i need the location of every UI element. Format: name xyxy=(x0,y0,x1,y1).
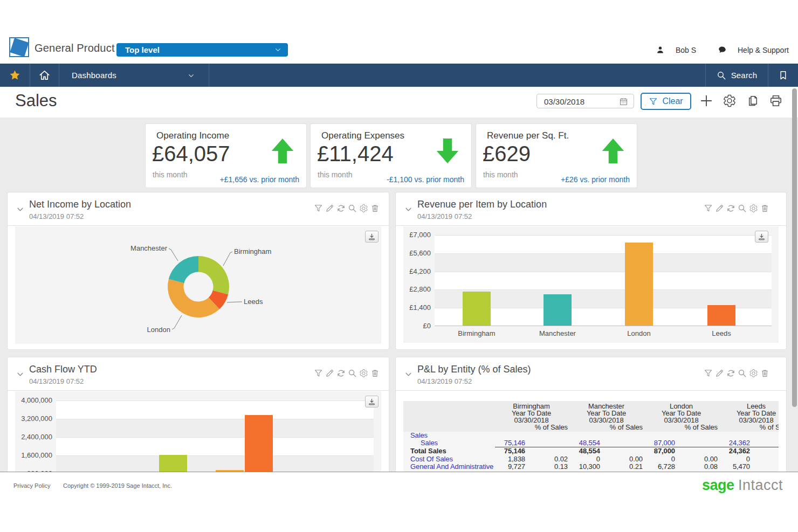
delete-trash-icon[interactable] xyxy=(760,204,769,213)
favorites-button[interactable] xyxy=(0,64,30,87)
collapse-chevron-icon[interactable] xyxy=(404,370,412,378)
pct-of-sales-header: % of Sales xyxy=(527,424,570,432)
plot-gridline xyxy=(435,272,772,272)
collapse-chevron-icon[interactable] xyxy=(16,370,24,378)
sage-intacct-logo: sage Intacct xyxy=(702,477,783,494)
pct-cell: 0.00 xyxy=(677,455,720,463)
chevron-down-icon xyxy=(188,72,195,79)
filter-icon[interactable] xyxy=(704,204,713,213)
delete-trash-icon[interactable] xyxy=(370,369,380,378)
row-label-sales[interactable]: Sales xyxy=(403,439,495,447)
amount-cell: 0 xyxy=(570,455,602,463)
trend-arrow-up-icon xyxy=(601,138,625,166)
kpi-title: Operating Income xyxy=(156,130,229,141)
bar-manchester[interactable] xyxy=(544,294,572,326)
refresh-icon[interactable] xyxy=(726,369,735,378)
donut-slice-manchester[interactable] xyxy=(169,256,198,283)
kpi-period: this month xyxy=(318,170,353,179)
delete-trash-icon[interactable] xyxy=(760,369,769,378)
zoom-icon[interactable] xyxy=(738,369,747,378)
edit-pencil-icon[interactable] xyxy=(715,369,724,378)
duplicate-dashboard-button[interactable] xyxy=(746,94,761,109)
user-menu[interactable]: Bob S xyxy=(656,45,696,54)
filter-icon[interactable] xyxy=(314,204,323,213)
zoom-icon[interactable] xyxy=(348,369,357,378)
dashboard-settings-button[interactable] xyxy=(723,94,738,109)
donut-slice-birmingham[interactable] xyxy=(198,256,229,294)
panel-timestamp: 04/13/2019 07:52 xyxy=(29,377,84,385)
dashboard-content: Operating Income£64,057this month+£1,656… xyxy=(0,118,798,472)
home-icon xyxy=(38,69,51,81)
clear-filter-button[interactable]: Clear xyxy=(641,93,691,110)
refresh-icon[interactable] xyxy=(726,204,735,213)
download-chart-button[interactable] xyxy=(365,396,379,407)
amount-cell[interactable]: 24,362 xyxy=(720,439,752,447)
row-label-sales[interactable]: Sales xyxy=(403,432,495,439)
pct-of-sales-header: % of Sales xyxy=(752,424,779,432)
bar-birmingham[interactable] xyxy=(463,292,491,326)
plot-band xyxy=(56,455,374,474)
entity-subheader: Year To Date 03/30/2018 xyxy=(495,410,568,424)
intacct-logo-word: Intacct xyxy=(738,477,783,493)
vertical-scrollbar-thumb[interactable] xyxy=(792,88,797,407)
refresh-icon[interactable] xyxy=(336,369,346,378)
donut-label-leeds: Leeds xyxy=(244,298,263,306)
download-chart-button[interactable] xyxy=(365,231,379,243)
amount-cell: 75,146 xyxy=(495,447,527,455)
bar-london[interactable] xyxy=(625,243,653,326)
plot-band xyxy=(435,253,772,272)
download-chart-button[interactable] xyxy=(755,231,768,243)
trend-arrow-up-icon xyxy=(271,138,294,166)
collapse-chevron-icon[interactable] xyxy=(16,205,24,213)
entity-subheader: Year To Date 03/30/2018 xyxy=(720,410,779,424)
report-date-input[interactable]: 03/30/2018 xyxy=(536,94,634,108)
y-axis-tick-label: £2,800 xyxy=(403,285,431,293)
settings-gear-icon[interactable] xyxy=(359,204,368,213)
header-spacer xyxy=(403,401,495,424)
help-support-link[interactable]: Help & Support xyxy=(718,45,789,54)
zoom-icon[interactable] xyxy=(348,204,357,213)
header-amount-spacer xyxy=(495,424,527,432)
panel-title: Cash Flow YTD xyxy=(29,364,97,375)
amount-cell[interactable]: 87,000 xyxy=(645,439,677,447)
dashboards-menu-label: Dashboards xyxy=(72,71,116,80)
filter-icon[interactable] xyxy=(704,369,713,378)
refresh-icon[interactable] xyxy=(336,204,346,213)
settings-gear-icon[interactable] xyxy=(749,369,758,378)
search-button[interactable]: Search xyxy=(706,64,768,87)
bar-chart-plot-area xyxy=(435,235,772,326)
dashboards-menu[interactable]: Dashboards xyxy=(59,64,208,87)
row-label-cost-of-sales[interactable]: Cost Of Sales xyxy=(403,455,495,463)
bar-leeds[interactable] xyxy=(707,305,735,326)
search-icon xyxy=(717,71,726,80)
amount-cell[interactable]: 75,146 xyxy=(495,439,527,447)
print-button[interactable] xyxy=(769,94,784,109)
entity-selector-button[interactable]: Top level xyxy=(116,43,288,57)
chevron-down-icon xyxy=(274,46,281,53)
header-amount-spacer xyxy=(720,424,752,432)
page-title: Sales xyxy=(15,91,57,110)
amount-cell[interactable]: 48,554 xyxy=(570,439,602,447)
row-label-general-and-administrative[interactable]: General And Administrative xyxy=(403,463,495,471)
amount-cell: 1,838 xyxy=(495,455,527,463)
bookmarks-button[interactable] xyxy=(768,64,798,87)
pct-cell xyxy=(602,432,645,439)
amount-cell: 0 xyxy=(720,455,752,463)
add-component-button[interactable] xyxy=(699,94,714,109)
home-button[interactable] xyxy=(30,64,59,87)
kpi-value: £64,057 xyxy=(152,142,230,166)
collapse-chevron-icon[interactable] xyxy=(404,205,412,213)
filter-icon[interactable] xyxy=(314,369,323,378)
bar-chart-canvas: £0£1,400£2,800£4,200£5,600£7,000Birmingh… xyxy=(403,226,779,343)
settings-gear-icon[interactable] xyxy=(359,369,368,378)
zoom-icon[interactable] xyxy=(738,204,747,213)
delete-trash-icon[interactable] xyxy=(370,204,380,213)
panel-title: Revenue per Item by Location xyxy=(417,199,547,210)
y-axis-tick-label: £5,600 xyxy=(403,249,431,257)
edit-pencil-icon[interactable] xyxy=(325,369,334,378)
privacy-policy-link[interactable]: Privacy Policy xyxy=(13,482,50,489)
edit-pencil-icon[interactable] xyxy=(715,204,724,213)
table-header-pct: % of Sales% of Sales% of Sales% of Sales xyxy=(403,424,779,432)
settings-gear-icon[interactable] xyxy=(749,204,758,213)
edit-pencil-icon[interactable] xyxy=(325,204,334,213)
